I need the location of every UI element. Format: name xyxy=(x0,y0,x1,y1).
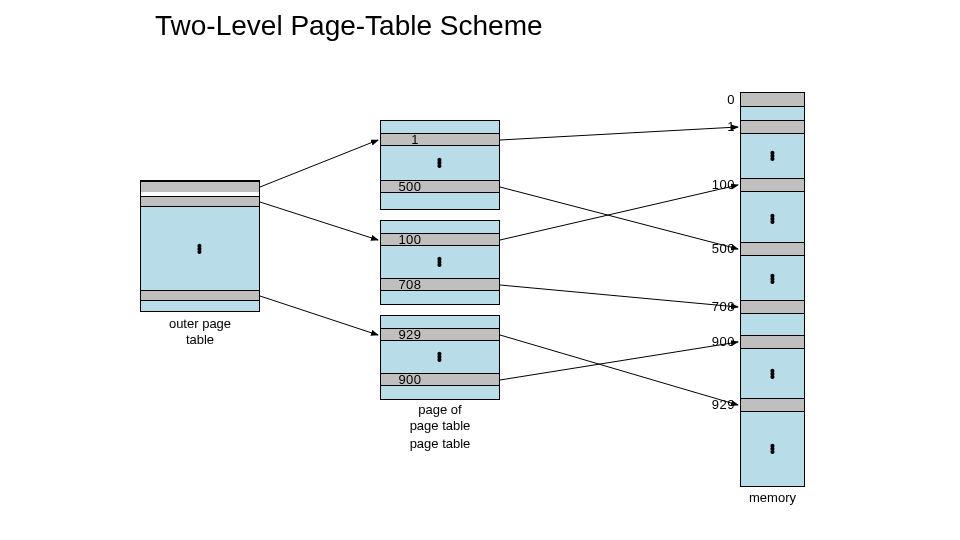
table-row xyxy=(740,335,805,349)
vertical-dots-icon: ••• xyxy=(770,275,775,284)
svg-line-4 xyxy=(500,187,738,249)
table-row xyxy=(740,120,805,134)
svg-line-5 xyxy=(500,185,738,240)
table-row xyxy=(740,300,805,314)
vertical-dots-icon: ••• xyxy=(770,445,775,454)
table-row xyxy=(740,178,805,192)
vertical-dots-icon: ••• xyxy=(770,152,775,161)
entry-label: 500 xyxy=(385,179,435,194)
entry-label: 708 xyxy=(385,277,435,292)
entry-label: 100 xyxy=(385,232,435,247)
page-of-page-table-caption: page of page table xyxy=(390,402,490,433)
memory-caption: memory xyxy=(735,490,810,506)
page-table-caption: page table xyxy=(390,436,490,452)
entry-label: 900 xyxy=(385,372,435,387)
svg-line-0 xyxy=(260,140,378,187)
vertical-dots-icon: ••• xyxy=(770,215,775,224)
table-row xyxy=(140,290,260,301)
table-row xyxy=(140,196,260,207)
outer-page-table-caption: outer page table xyxy=(150,316,250,347)
memory-label: 708 xyxy=(685,299,735,314)
memory-label: 929 xyxy=(685,397,735,412)
memory-label: 0 xyxy=(685,92,735,107)
diagram-canvas: ••• outer page table ••• 1 500 ••• 100 7… xyxy=(0,0,960,540)
vertical-dots-icon: ••• xyxy=(437,159,442,168)
vertical-dots-icon: ••• xyxy=(437,258,442,267)
entry-label: 929 xyxy=(385,327,435,342)
table-row xyxy=(740,242,805,256)
vertical-dots-icon: ••• xyxy=(197,245,202,254)
svg-line-1 xyxy=(260,202,378,240)
memory-label: 900 xyxy=(685,334,735,349)
vertical-dots-icon: ••• xyxy=(437,353,442,362)
table-row xyxy=(740,93,805,107)
vertical-dots-icon: ••• xyxy=(770,370,775,379)
memory-label: 500 xyxy=(685,241,735,256)
svg-line-2 xyxy=(260,296,378,335)
entry-label: 1 xyxy=(395,132,435,147)
memory-label: 100 xyxy=(685,177,735,192)
table-row xyxy=(140,181,260,192)
memory-label: 1 xyxy=(685,119,735,134)
table-row xyxy=(740,398,805,412)
